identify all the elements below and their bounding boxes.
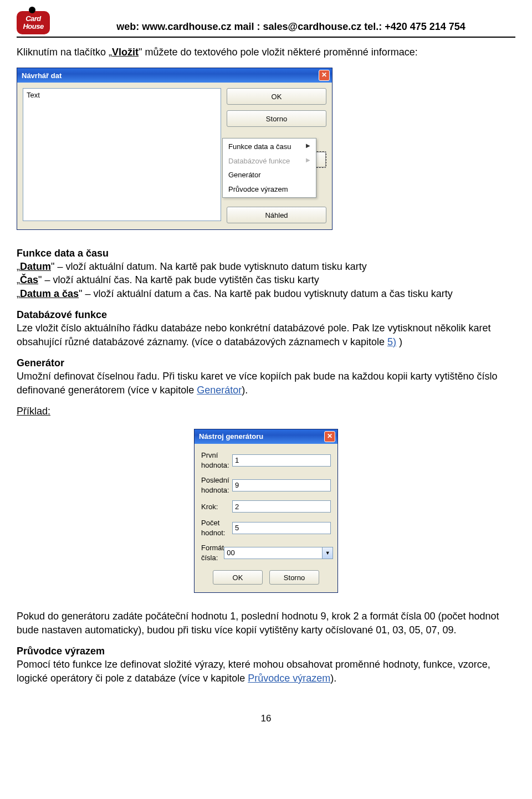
intro-paragraph: Kliknutím na tlačítko „Vložit" můžete do… [17,45,515,59]
db-text1: Lze vložit číslo aktuálního řádku databá… [17,322,491,347]
gen-text1: Umožní definovat číselnou řadu. Při tisk… [17,371,497,395]
label-krok: Krok: [201,502,232,512]
input-posledni-hodnota[interactable] [232,479,331,491]
priklad-label: Příklad: [17,404,515,418]
dialog2-title: Nástroj generátoru [199,432,263,442]
pruvodce-text2: ). [330,673,336,684]
funkce-section: Funkce data a času „Datum" – vloží aktuá… [17,247,515,300]
dialog1-title: Návrhář dat [22,71,62,81]
label-pocet-hodnot: Počet hodnot: [201,518,232,537]
db-text2: ) [396,336,402,347]
ok-label: OK [272,93,282,101]
logo-text: Card House [17,11,50,31]
close-icon[interactable]: ✕ [319,70,330,81]
storno-label2: Storno [284,573,305,582]
cas-text: – vloží aktuální čas. Na kartě pak bude … [42,274,319,285]
vlozit-popup-menu: Funkce data a času▶ Databázové funkce▶ G… [222,138,316,198]
ok-label2: OK [233,573,243,582]
menu-item1-label: Funkce data a času [228,142,291,152]
menu-item-funkce-data-casu[interactable]: Funkce data a času▶ [223,140,316,154]
input-format-cisla[interactable] [224,547,322,559]
gen-link-generator[interactable]: Generátor [197,385,242,396]
dialog2-titlebar[interactable]: Nástroj generátoru ✕ [195,429,337,444]
logo: Card House [17,11,50,34]
submenu-arrow-icon: ▶ [306,156,310,166]
db-heading: Databázové funkce [17,309,107,320]
after-generator-paragraph: Pokud do generátoru zadáte počáteční hod… [17,610,515,637]
priklad-text: Příklad: [17,406,50,417]
gen-text2: ). [242,385,248,396]
label-format-cisla: Formát čísla: [201,543,224,562]
generator-section: Generátor Umožní definovat číselnou řadu… [17,356,515,397]
page-number: 16 [17,713,515,725]
submenu-arrow-icon: ▶ [306,142,310,152]
intro-post: " můžete do textového pole vložit někter… [139,47,418,58]
pruvodce-link[interactable]: Průvodce výrazem [248,673,330,684]
datumcas-label: Datum a čas [20,288,79,299]
input-prvni-hodnota[interactable] [232,454,331,467]
funkce-heading: Funkce data a času [17,248,109,259]
storno-button[interactable]: Storno [269,570,319,585]
intro-pre: Kliknutím na tlačítko „ [17,47,112,58]
cas-label: Čas [20,274,38,285]
gen-heading: Generátor [17,357,64,368]
menu-item-pruvodce-vyrazem[interactable]: Průvodce výrazem [223,182,316,197]
datumcas-text: – vloží aktuální datum a čas. Na kartě p… [82,288,452,299]
close-icon[interactable]: ✕ [324,431,335,442]
dialog1-titlebar[interactable]: Návrhář dat ✕ [17,68,332,83]
combo-dropdown-button[interactable]: ▼ [322,547,333,559]
storno-label: Storno [266,115,287,123]
pruvodce-heading: Průvodce výrazem [17,646,105,657]
label-posledni-hodnota: Poslední hodnota: [201,475,232,495]
intro-vlozit-label: Vložit [112,47,139,58]
logo-dot [29,7,35,13]
menu-item3-label: Generátor [228,170,261,180]
menu-item2-label: Databázové funkce [228,156,290,166]
label-prvni-hodnota: První hodnota: [201,450,232,470]
db-link-chapter5[interactable]: 5) [387,336,396,347]
caret-down-icon: ▼ [325,550,330,556]
menu-item-generator[interactable]: Generátor [223,168,316,182]
menu-item4-label: Průvodce výrazem [228,185,288,194]
input-krok[interactable] [232,500,331,513]
input-pocet-hodnot[interactable] [232,522,331,534]
text-input-area[interactable] [23,88,221,221]
dialog-nastroj-generatoru: Nástroj generátoru ✕ První hodnota: Posl… [194,429,338,593]
dialog-navrhar-dat: Návrhář dat ✕ OK Storno Vložit ▾ [17,68,332,230]
menu-item-databazove-funkce: Databázové funkce▶ [223,154,316,168]
nahled-label: Náhled [265,211,288,219]
storno-button[interactable]: Storno [227,110,326,127]
nahled-button[interactable]: Náhled [227,207,326,223]
datum-label: Datum [20,261,51,272]
logo-line2: House [23,22,43,30]
page-header: Card House web: www.cardhouse.cz mail : … [17,11,515,38]
db-section: Databázové funkce Lze vložit číslo aktuá… [17,308,515,349]
ok-button[interactable]: OK [213,570,263,585]
datum-text: – vloží aktuální datum. Na kartě pak bud… [54,261,366,272]
logo-line1: Card [25,14,41,23]
header-contact: web: www.cardhouse.cz mail : sales@cardh… [66,13,515,33]
pruvodce-section: Průvodce výrazem Pomocí této funkce lze … [17,644,515,685]
ok-button[interactable]: OK [227,88,326,105]
